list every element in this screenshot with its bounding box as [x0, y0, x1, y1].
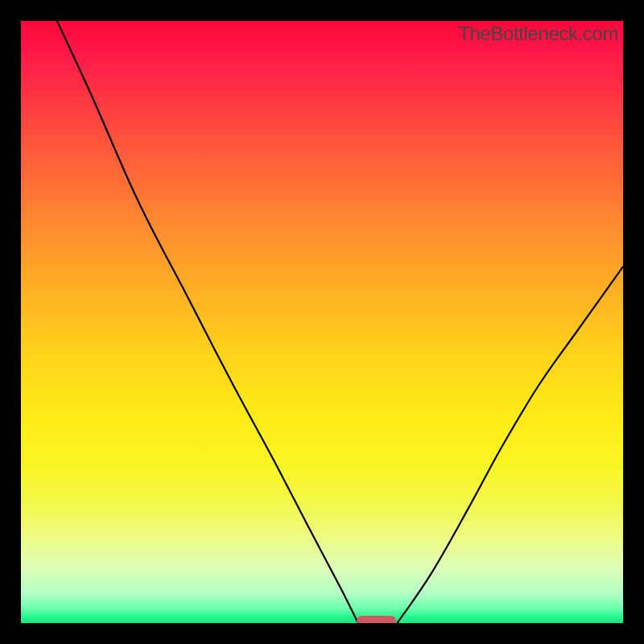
gradient-plot-area: TheBottleneck.com — [21, 21, 623, 623]
curve-right-path — [398, 266, 624, 623]
outer-frame: TheBottleneck.com — [0, 0, 644, 644]
curve-left-path — [57, 21, 358, 623]
optimal-marker — [357, 616, 396, 623]
curve-line-icon — [21, 21, 623, 623]
watermark-text: TheBottleneck.com — [458, 23, 618, 45]
